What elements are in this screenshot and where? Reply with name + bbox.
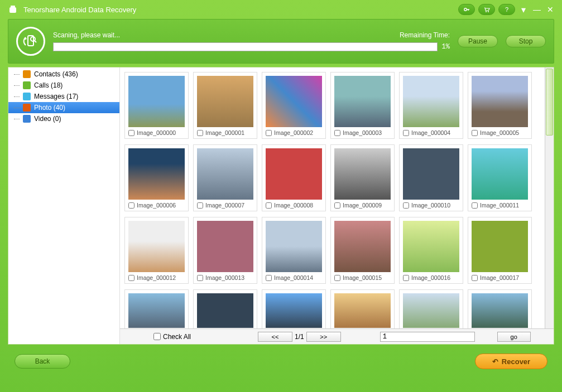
ic-messages-icon [23,93,31,100]
thumbnail[interactable]: Image_000002 [262,72,326,139]
thumbnail-image [334,293,391,328]
thumbnail-checkbox[interactable] [197,130,203,136]
pager-bar: Check All << 1/1 >> go [120,328,554,344]
help-button[interactable]: ? [498,4,515,15]
stop-button[interactable]: Stop [506,35,546,47]
thumbnail-name: Image_000016 [411,274,450,281]
page-input[interactable] [380,332,475,342]
scrollbar-thumb[interactable] [546,69,553,135]
thumbnail-image [266,76,322,127]
thumbnail[interactable]: Image_000006 [124,144,189,211]
thumbnail[interactable]: Image_000008 [262,144,326,211]
thumbnail-checkbox[interactable] [472,202,478,209]
thumbnail-checkbox[interactable] [197,202,203,209]
thumbnail-name: Image_000008 [274,202,313,209]
thumbnail[interactable]: Image_000012 [124,217,189,284]
sidebar-item-label: Photo (40) [34,104,65,112]
scrollbar[interactable] [545,67,554,328]
thumbnail[interactable]: Image_000009 [330,144,395,211]
thumbnail-name: Image_000003 [343,129,382,136]
thumbnail[interactable]: Image_000017 [468,217,532,284]
thumbnail-checkbox[interactable] [266,202,272,209]
thumbnail-checkbox[interactable] [403,275,409,281]
thumbnail-image [334,148,391,200]
svg-rect-3 [11,6,15,8]
thumbnail[interactable]: Image_000014 [262,217,326,284]
minimize-button[interactable]: — [532,4,542,14]
thumbnail[interactable]: Image_000004 [399,72,463,139]
go-button[interactable]: go [497,332,531,342]
thumbnail-image [403,148,459,200]
thumbnail[interactable]: Image_000000 [124,72,189,139]
svg-point-5 [486,11,487,12]
thumbnail-checkbox[interactable] [128,202,135,209]
thumbnail-image [334,221,391,272]
main-panel: Image_000000Image_000001Image_000002Imag… [120,67,554,344]
thumbnail-checkbox[interactable] [403,202,409,209]
thumbnail[interactable]: Image_000011 [468,144,532,211]
thumbnail[interactable]: Image_000003 [330,72,395,139]
check-all[interactable]: Check All [153,333,191,341]
scan-status: Scaning, please wait... [53,31,120,39]
thumbnail-image [128,148,185,200]
sidebar-item-label: Contacts (436) [34,70,78,78]
thumbnail-image [197,148,253,200]
pause-button[interactable]: Pause [458,35,498,47]
svg-rect-0 [9,7,16,13]
thumbnail-image [266,148,322,200]
thumbnail-checkbox[interactable] [197,275,203,281]
thumbnail[interactable]: Image_000013 [193,217,257,284]
thumbnail[interactable] [330,289,395,328]
sidebar-item-video[interactable]: Video (0) [8,113,119,124]
thumbnail[interactable]: Image_000016 [399,217,463,284]
check-all-checkbox[interactable] [153,333,161,340]
sidebar: Contacts (436)Calls (18)Messages (17)Pho… [8,67,120,344]
recover-button[interactable]: ↶ Recover [475,354,547,369]
thumbnail-name: Image_000004 [411,129,450,136]
thumbnail[interactable]: Image_000007 [193,144,257,211]
thumbnail-checkbox[interactable] [472,275,478,281]
app-logo-icon [7,3,19,16]
ic-calls-icon [23,81,31,89]
thumbnail-checkbox[interactable] [403,130,409,136]
thumbnail-image [472,76,528,127]
sidebar-item-contacts[interactable]: Contacts (436) [8,69,119,80]
sidebar-item-calls[interactable]: Calls (18) [8,80,119,91]
thumbnail-checkbox[interactable] [334,130,340,136]
thumbnail-checkbox[interactable] [128,130,135,136]
back-button[interactable]: Back [15,354,70,369]
dropdown-icon[interactable]: ▾ [518,4,529,14]
thumbnail[interactable]: Image_000001 [193,72,257,139]
next-page-button[interactable]: >> [306,332,341,342]
thumbnail-checkbox[interactable] [266,130,272,136]
thumbnail-checkbox[interactable] [128,275,135,281]
thumbnail-name: Image_000009 [343,202,382,209]
thumbnail[interactable] [399,289,463,328]
prev-page-button[interactable]: << [258,332,292,342]
thumbnail[interactable] [468,289,532,328]
close-button[interactable]: ✕ [545,4,555,14]
thumbnail-image [334,76,391,127]
cart-button[interactable] [478,4,495,15]
sidebar-item-photo[interactable]: Photo (40) [8,102,119,113]
thumbnail-grid-partial [124,289,549,328]
thumbnail[interactable] [124,289,189,328]
sidebar-item-label: Messages (17) [34,93,78,100]
thumbnail[interactable]: Image_000005 [468,72,532,139]
scan-phone-icon [16,27,45,56]
thumbnail-checkbox[interactable] [472,130,478,136]
thumbnail-checkbox[interactable] [266,275,272,281]
thumbnail-checkbox[interactable] [334,275,340,281]
thumbnail[interactable]: Image_000010 [399,144,463,211]
app-title: Tenorshare Android Data Recovery [23,6,458,14]
sidebar-item-messages[interactable]: Messages (17) [8,91,119,102]
thumbnail-name: Image_000001 [205,129,244,136]
page-indicator: 1/1 [295,333,304,341]
thumbnail-checkbox[interactable] [334,202,340,209]
key-button[interactable] [458,4,475,15]
thumbnail[interactable] [193,289,257,328]
thumbnail[interactable] [262,289,326,328]
check-all-label: Check All [163,333,191,341]
thumbnail-name: Image_000014 [274,274,313,281]
thumbnail[interactable]: Image_000015 [330,217,395,284]
